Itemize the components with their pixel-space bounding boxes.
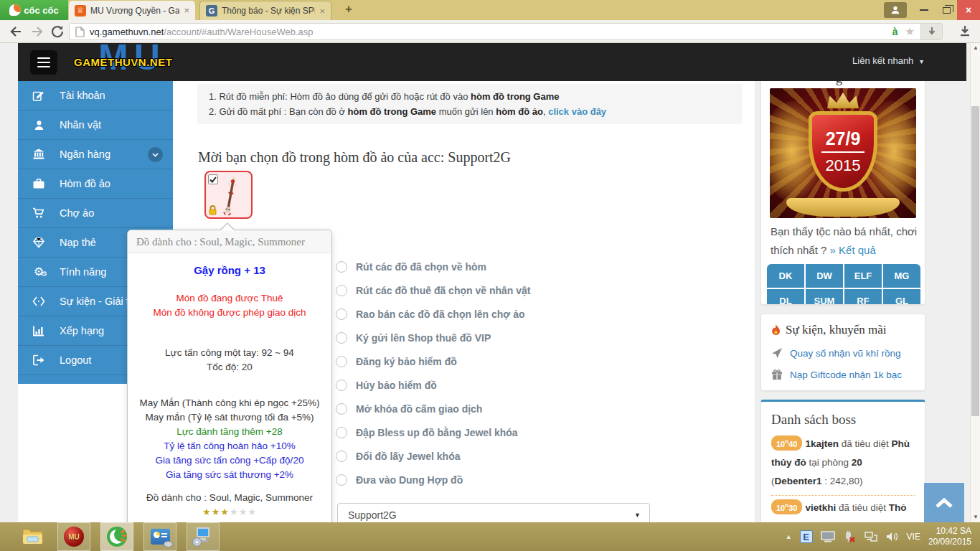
mu-game-button[interactable]: MU — [57, 522, 90, 551]
option-label[interactable]: Rao bán các đồ đã chọn lên chợ ảo — [356, 309, 525, 320]
option-label[interactable]: Hủy bảo hiểm đồ — [356, 380, 437, 391]
time-badge: 10h40 — [771, 435, 802, 451]
sidebar-item-label: Sự kiện - Giải trí — [60, 296, 136, 307]
scroll-to-top-button[interactable] — [924, 483, 964, 522]
option-label[interactable]: Rút các đồ thuê đã chọn về nhân vật — [356, 285, 530, 296]
bookmark-star-icon[interactable]: ★ — [905, 25, 915, 38]
tab-close-icon[interactable]: × — [319, 6, 325, 17]
bonus-blue-1: Tỷ lệ tấn công hoàn hảo +10% — [128, 439, 331, 453]
click-here-link[interactable]: click vào đây — [548, 106, 606, 117]
sidebar-item-hom-do-ao[interactable]: Hòm đồ ảo — [18, 169, 173, 199]
coccoc-browser-button[interactable] — [100, 522, 133, 551]
sidebar-item-nhan-vat[interactable]: Nhân vật — [18, 110, 173, 140]
event-banner-image[interactable]: 27/9 2015 — [770, 88, 916, 218]
option-label[interactable]: Ký gửi lên Shop thuê đồ VIP — [356, 332, 491, 344]
radio-button[interactable] — [336, 380, 347, 391]
url-path: /account/#auth/WareHouseWeb.asp — [164, 27, 885, 37]
page-scrollbar[interactable]: ▲ ▼ — [970, 43, 980, 522]
radio-button[interactable] — [336, 403, 347, 415]
poll-result-link[interactable]: » Kết quả — [830, 244, 876, 256]
scrollbar-up-arrow[interactable]: ▲ — [971, 43, 980, 53]
option-label[interactable]: Mở khóa đồ cấm giao dịch — [356, 403, 482, 415]
translate-icon[interactable]: à — [892, 26, 898, 37]
option-row: Rao bán các đồ đã chọn lên chợ ảo — [336, 302, 530, 326]
quick-links-menu[interactable]: Liên kết nhanh ▾ — [852, 55, 923, 66]
option-label[interactable]: Đập Bless up đồ bằng Jewel khóa — [356, 427, 518, 438]
refresh-icon[interactable] — [50, 24, 65, 39]
person-icon — [890, 5, 900, 15]
coccoc-menu-button[interactable]: cốc cốc — [0, 0, 68, 20]
radio-button[interactable] — [336, 285, 347, 296]
restore-button[interactable] — [936, 0, 957, 20]
option-label[interactable]: Đăng ký bảo hiểm đồ — [356, 356, 457, 367]
sidebar-item-cho-ao[interactable]: Chợ ảo — [18, 199, 173, 228]
spin-event-link[interactable]: Quay số nhận vũ khí rồng — [790, 348, 901, 359]
race-button[interactable]: SUM — [806, 289, 843, 305]
hamburger-menu-icon[interactable] — [30, 50, 57, 75]
warehouse-item-slot[interactable] — [204, 171, 253, 219]
address-bar[interactable]: vq.gamethuvn.net /account/#auth/WareHous… — [69, 23, 943, 40]
race-button[interactable]: DK — [767, 264, 804, 288]
option-label[interactable]: Đổi đồ lấy Jewel khóa — [356, 451, 461, 462]
speed-stat: Tốc độ: 20 — [128, 360, 331, 375]
radio-button[interactable] — [336, 356, 347, 367]
giftcode-link[interactable]: Nạp Giftcode nhận 1k bạc — [790, 369, 902, 380]
site-logo[interactable]: MU GAMETHUVN.NET — [68, 43, 226, 81]
race-button[interactable]: RF — [844, 289, 882, 305]
scrollbar-down-arrow[interactable]: ▼ — [971, 512, 980, 522]
banner-date: 27/9 — [821, 128, 865, 153]
down-arrow-icon — [928, 27, 936, 37]
display-tray-icon[interactable] — [821, 531, 835, 542]
new-tab-button[interactable]: + — [340, 1, 357, 17]
sidebar-item-tai-khoan[interactable]: Tài khoản — [18, 81, 173, 110]
race-button[interactable]: ELF — [844, 264, 882, 288]
option-row: Rút các đồ đã chọn về hòm — [336, 255, 530, 278]
boss-list-title: Danh sách boss — [771, 412, 915, 428]
option-label[interactable]: Rút các đồ đã chọn về hòm — [356, 261, 486, 273]
control-panel-button[interactable] — [143, 522, 176, 551]
minimize-button[interactable] — [913, 0, 936, 20]
sidebar-item-ngan-hang[interactable]: Ngân hàng — [18, 140, 173, 169]
back-icon[interactable] — [9, 24, 23, 39]
race-button[interactable]: GL — [883, 289, 920, 305]
radio-button[interactable] — [336, 309, 347, 320]
race-button[interactable]: DW — [806, 264, 843, 288]
download-page-button[interactable] — [920, 24, 942, 39]
scrollbar-thumb[interactable] — [971, 106, 979, 416]
radio-button[interactable] — [336, 427, 347, 438]
network-tray-icon[interactable] — [864, 531, 878, 542]
race-button[interactable]: DL — [767, 289, 804, 305]
tooltip-header: Đồ dành cho : Soul, Magic, Summoner — [128, 230, 331, 253]
attack-stat: Lực tấn công một tay: 92 ~ 94 — [128, 346, 331, 360]
downloads-tray-icon[interactable] — [958, 24, 971, 37]
close-window-button[interactable]: × — [957, 0, 980, 20]
taskbar-clock[interactable]: 10:42 SA 20/09/2015 — [928, 526, 971, 547]
profile-button[interactable] — [884, 2, 907, 18]
warehouse-instructions: 1. Rút đồ miễn phí: Hòm đồ ảo dùng để gử… — [197, 84, 743, 124]
radio-button[interactable] — [336, 332, 347, 344]
select-caret-icon: ▼ — [634, 512, 641, 519]
coccoc-logo-icon — [9, 4, 21, 16]
radio-button[interactable] — [336, 261, 347, 273]
account-select[interactable]: Support2G ▼ — [337, 503, 650, 522]
tray-expand-icon[interactable]: ▲ — [786, 533, 792, 540]
bar-chart-icon — [18, 325, 60, 336]
tab-mu-vuong-quyen[interactable]: ♕ MU Vương Quyền - Game × — [69, 1, 195, 20]
forward-icon[interactable] — [30, 24, 44, 39]
race-button[interactable]: MG — [883, 264, 920, 288]
chevron-down-icon[interactable] — [148, 147, 163, 162]
e-tray-icon[interactable]: E — [800, 530, 813, 543]
radio-button[interactable] — [336, 451, 347, 462]
tab-close-icon[interactable]: × — [184, 5, 189, 16]
lock-icon — [208, 205, 217, 215]
radio-button[interactable] — [336, 474, 347, 486]
installer-button[interactable] — [187, 522, 220, 551]
file-explorer-button[interactable] — [19, 522, 47, 551]
device-error-tray-icon[interactable] — [843, 531, 856, 543]
tab-thong-bao[interactable]: G Thông báo - Sự kiện SPIN × — [199, 1, 331, 20]
folder-icon — [22, 528, 44, 545]
volume-tray-icon[interactable] — [886, 531, 899, 542]
option-label[interactable]: Đưa vào Dung Hợp đồ — [356, 474, 463, 486]
webpage: MU GAMETHUVN.NET Liên kết nhanh ▾ Tài kh… — [0, 43, 980, 522]
language-indicator[interactable]: VIE — [907, 532, 920, 542]
